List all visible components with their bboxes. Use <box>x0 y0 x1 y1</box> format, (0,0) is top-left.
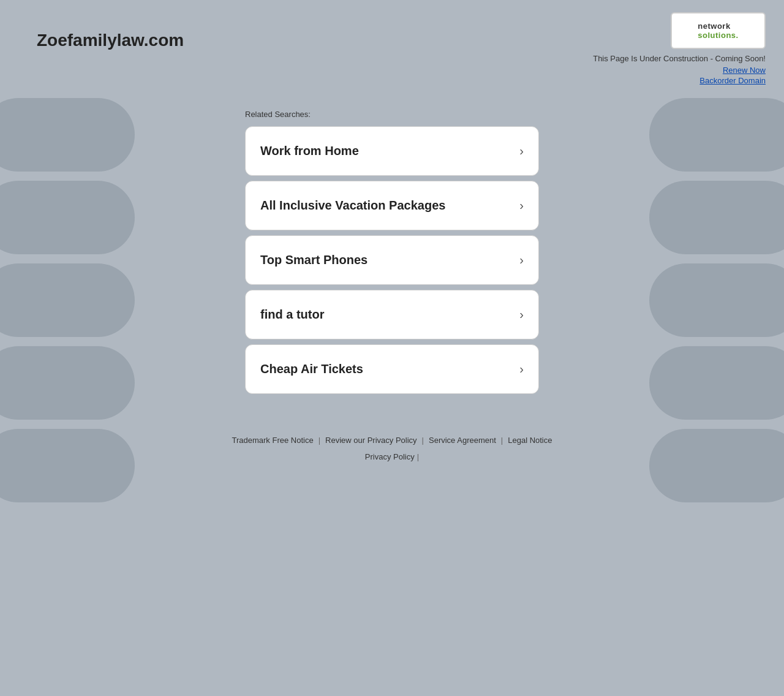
header-links: Renew Now Backorder Domain <box>699 66 766 85</box>
search-item[interactable]: find a tutor› <box>245 290 539 339</box>
footer-separator: | <box>422 436 424 445</box>
ns-logo-text: network solutions. <box>698 21 738 40</box>
privacy-separator: | <box>417 452 419 461</box>
under-construction-text: This Page Is Under Construction - Coming… <box>593 54 766 63</box>
search-item[interactable]: Work from Home› <box>245 126 539 176</box>
chevron-right-icon: › <box>519 362 524 376</box>
footer-link[interactable]: Legal Notice <box>508 436 552 445</box>
backorder-domain-link[interactable]: Backorder Domain <box>699 76 766 85</box>
search-item-text: find a tutor <box>260 308 324 322</box>
related-searches-label: Related Searches: <box>245 110 539 119</box>
footer-link[interactable]: Trademark Free Notice <box>232 436 313 445</box>
search-item[interactable]: Cheap Air Tickets› <box>245 344 539 394</box>
search-item[interactable]: All Inclusive Vacation Packages› <box>245 181 539 230</box>
renew-now-link[interactable]: Renew Now <box>723 66 766 75</box>
footer-separator: | <box>501 436 503 445</box>
search-item-text: All Inclusive Vacation Packages <box>260 199 445 213</box>
footer-link[interactable]: Review our Privacy Policy <box>325 436 417 445</box>
header: Zoefamilylaw.com network solutions. This… <box>0 0 784 91</box>
site-title[interactable]: Zoefamilylaw.com <box>37 12 184 50</box>
search-item[interactable]: Top Smart Phones› <box>245 235 539 285</box>
footer-link[interactable]: Service Agreement <box>429 436 496 445</box>
header-right: network solutions. This Page Is Under Co… <box>593 12 766 85</box>
footer-privacy: Privacy Policy| <box>0 452 784 461</box>
footer: Trademark Free Notice|Review our Privacy… <box>0 436 784 461</box>
network-solutions-logo: network solutions. <box>671 12 766 49</box>
ns-line2: solutions <box>698 31 736 40</box>
search-item-text: Cheap Air Tickets <box>260 362 363 376</box>
footer-links: Trademark Free Notice|Review our Privacy… <box>0 436 784 445</box>
search-item-text: Top Smart Phones <box>260 253 368 267</box>
footer-separator: | <box>318 436 320 445</box>
ns-line1: network <box>698 21 730 31</box>
ns-dot: . <box>736 31 739 40</box>
chevron-right-icon: › <box>519 253 524 267</box>
search-items-list: Work from Home›All Inclusive Vacation Pa… <box>245 126 539 399</box>
chevron-right-icon: › <box>519 144 524 158</box>
search-item-text: Work from Home <box>260 144 359 158</box>
chevron-right-icon: › <box>519 308 524 322</box>
privacy-policy-link[interactable]: Privacy Policy <box>365 452 415 461</box>
chevron-right-icon: › <box>519 199 524 213</box>
main-content: Related Searches: Work from Home›All Inc… <box>233 110 551 399</box>
